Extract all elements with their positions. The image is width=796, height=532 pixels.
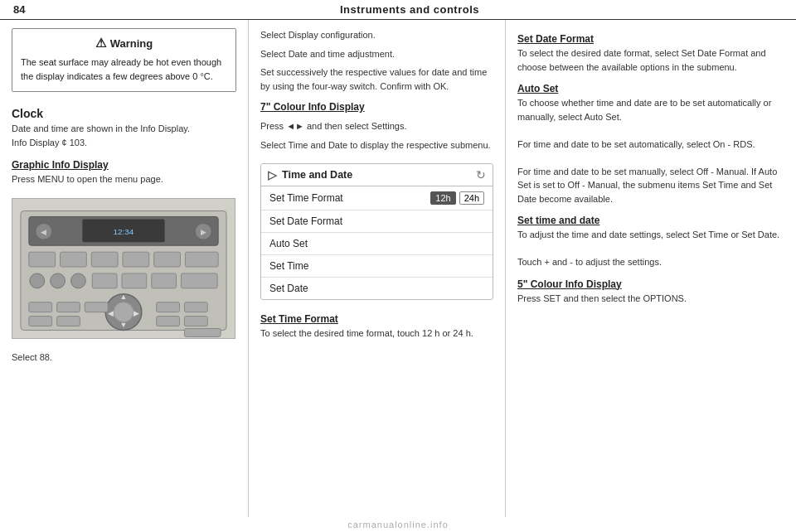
warning-triangle-icon: ⚠ [95, 36, 106, 51]
svg-rect-20 [152, 273, 177, 288]
clock-heading: Clock [12, 107, 236, 120]
menu-item-label-time-format: Set Time Format [269, 192, 343, 204]
menu-item-time-format: Set Time Format 12h 24h [261, 186, 493, 210]
middle-intro-2: Select Date and time adjustment. [260, 47, 493, 61]
svg-text:▶: ▶ [201, 228, 206, 236]
menu-item-auto-set[interactable]: Auto Set [261, 233, 493, 255]
svg-rect-13 [154, 252, 181, 267]
page-title: Instruments and controls [36, 3, 783, 16]
time-format-buttons: 12h 24h [430, 191, 484, 205]
svg-rect-36 [184, 316, 207, 326]
menu-item-label-auto-set: Auto Set [269, 238, 308, 249]
right-text-1: To choose whether time and date are to b… [517, 96, 784, 206]
svg-text:12:34: 12:34 [114, 227, 134, 236]
svg-point-15 [30, 273, 45, 288]
middle-intro-1: Select Display configuration. [260, 28, 493, 42]
svg-rect-33 [29, 316, 52, 326]
right-text-3: Press SET and then select the OPTIONS. [517, 292, 784, 306]
warning-title: ⚠ Warning [21, 36, 227, 51]
colour-info-heading: 7" Colour Info Display [260, 101, 493, 113]
middle-column: Select Display configuration. Select Dat… [249, 20, 506, 532]
watermark: carmanualonline.info [0, 517, 796, 532]
right-column: Set Date Format To select the desired da… [506, 20, 796, 532]
svg-text:▼: ▼ [120, 321, 128, 329]
clock-section: Clock Date and time are shown in the Inf… [12, 102, 236, 149]
menu-card-title: ▷ Time and Date [268, 168, 352, 181]
menu-card-header: ▷ Time and Date ↻ [261, 164, 493, 186]
svg-rect-9 [29, 252, 56, 267]
svg-rect-18 [92, 273, 117, 288]
right-section-2: Set time and date To adjust the time and… [517, 210, 784, 269]
btn-24h[interactable]: 24h [459, 191, 484, 205]
middle-intro-3: Set successively the respective values f… [260, 65, 493, 93]
right-text-0: To select the desired date format, selec… [517, 46, 784, 74]
right-heading-1: Auto Set [517, 83, 784, 94]
svg-rect-34 [57, 316, 80, 326]
graphic-info-heading: Graphic Info Display [12, 159, 236, 171]
clock-text: Date and time are shown in the Info Disp… [12, 122, 236, 136]
refresh-icon: ↻ [476, 168, 486, 181]
svg-rect-10 [61, 252, 87, 267]
graphic-info-section: Graphic Info Display Press MENU to open … [12, 156, 236, 186]
svg-text:▶: ▶ [133, 308, 139, 317]
svg-rect-37 [184, 328, 221, 336]
menu-item-label-date-format: Set Date Format [269, 215, 342, 227]
svg-point-23 [114, 302, 133, 322]
svg-rect-21 [181, 273, 217, 288]
svg-point-17 [70, 273, 85, 288]
set-time-format-text: To select the desired time format, touch… [260, 326, 493, 341]
right-section-3: 5" Colour Info Display Press SET and the… [517, 273, 784, 306]
svg-point-16 [51, 273, 66, 288]
svg-rect-29 [57, 302, 80, 312]
page-body: ⚠ Warning The seat surface may already b… [0, 20, 796, 532]
warning-box: ⚠ Warning The seat surface may already b… [12, 28, 236, 92]
time-date-menu-card: ▷ Time and Date ↻ Set Time Format 12h 24… [260, 163, 493, 300]
right-heading-2: Set time and date [517, 215, 784, 226]
select-label: Select 88. [12, 352, 236, 362]
svg-text:◀: ◀ [41, 228, 46, 236]
right-heading-3: 5" Colour Info Display [517, 278, 784, 290]
warning-text: The seat surface may already be hot even… [21, 56, 227, 83]
right-section-0: Set Date Format To select the desired da… [517, 28, 784, 74]
svg-rect-19 [122, 273, 147, 288]
svg-rect-31 [157, 302, 180, 312]
menu-item-label-set-time: Set Time [269, 260, 308, 272]
menu-item-set-date[interactable]: Set Date [261, 278, 493, 299]
svg-rect-11 [91, 252, 118, 267]
colour-info-text-1: Press ◄► and then select Settings. [260, 119, 493, 133]
svg-rect-28 [29, 302, 52, 312]
graphic-info-text: Press MENU to open the menu page. [12, 172, 236, 186]
menu-icon: ▷ [268, 168, 277, 181]
menu-item-label-set-date: Set Date [269, 283, 308, 294]
right-text-2: To adjust the time and date settings, se… [517, 228, 784, 269]
right-section-1: Auto Set To choose whether time and date… [517, 78, 784, 206]
svg-rect-32 [184, 302, 207, 312]
svg-text:▲: ▲ [120, 292, 128, 300]
page-number: 84 [13, 3, 36, 16]
svg-rect-35 [157, 316, 180, 326]
colour-info-text-2: Select Time and Date to display the resp… [260, 138, 493, 152]
menu-item-date-format[interactable]: Set Date Format [261, 210, 493, 233]
warning-label: Warning [110, 37, 153, 50]
menu-item-set-time[interactable]: Set Time [261, 255, 493, 278]
btn-12h[interactable]: 12h [430, 191, 455, 205]
clock-ref: Info Display ¢ 103. [12, 136, 236, 150]
left-column: ⚠ Warning The seat surface may already b… [0, 20, 249, 532]
set-time-format-section: Set Time Format To select the desired ti… [260, 310, 493, 341]
right-heading-0: Set Date Format [517, 33, 784, 45]
svg-rect-30 [85, 302, 108, 312]
page-header: 84 Instruments and controls [0, 0, 796, 20]
svg-rect-12 [123, 252, 149, 267]
svg-text:◀: ◀ [108, 308, 114, 317]
set-time-format-heading: Set Time Format [260, 313, 493, 325]
svg-rect-14 [185, 252, 218, 267]
car-panel-image: 12:34 ◀ ▶ [12, 198, 235, 339]
